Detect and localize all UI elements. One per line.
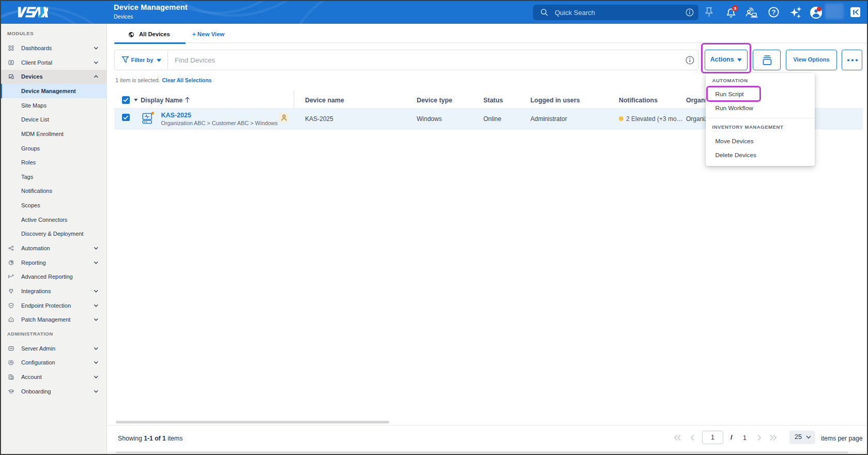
svg-text:?: ?	[772, 9, 776, 16]
svg-text:5: 5	[734, 6, 737, 10]
